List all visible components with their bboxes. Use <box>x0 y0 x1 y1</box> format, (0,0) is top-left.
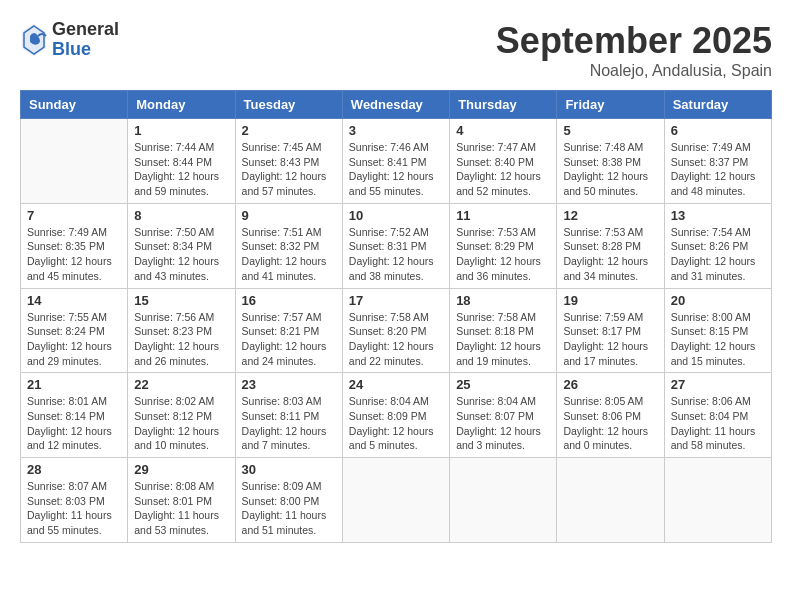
calendar-cell: 16Sunrise: 7:57 AM Sunset: 8:21 PM Dayli… <box>235 288 342 373</box>
calendar-cell: 4Sunrise: 7:47 AM Sunset: 8:40 PM Daylig… <box>450 119 557 204</box>
day-number: 22 <box>134 377 228 392</box>
day-info: Sunrise: 7:55 AM Sunset: 8:24 PM Dayligh… <box>27 310 121 369</box>
day-info: Sunrise: 7:57 AM Sunset: 8:21 PM Dayligh… <box>242 310 336 369</box>
calendar-cell: 2Sunrise: 7:45 AM Sunset: 8:43 PM Daylig… <box>235 119 342 204</box>
calendar-cell: 29Sunrise: 8:08 AM Sunset: 8:01 PM Dayli… <box>128 458 235 543</box>
calendar-cell: 23Sunrise: 8:03 AM Sunset: 8:11 PM Dayli… <box>235 373 342 458</box>
day-info: Sunrise: 7:49 AM Sunset: 8:37 PM Dayligh… <box>671 140 765 199</box>
calendar-cell <box>557 458 664 543</box>
day-info: Sunrise: 7:53 AM Sunset: 8:29 PM Dayligh… <box>456 225 550 284</box>
logo-icon <box>20 22 48 58</box>
day-number: 23 <box>242 377 336 392</box>
calendar-cell: 9Sunrise: 7:51 AM Sunset: 8:32 PM Daylig… <box>235 203 342 288</box>
week-row-1: 1Sunrise: 7:44 AM Sunset: 8:44 PM Daylig… <box>21 119 772 204</box>
col-header-thursday: Thursday <box>450 91 557 119</box>
day-number: 7 <box>27 208 121 223</box>
calendar-cell: 7Sunrise: 7:49 AM Sunset: 8:35 PM Daylig… <box>21 203 128 288</box>
day-number: 24 <box>349 377 443 392</box>
day-number: 26 <box>563 377 657 392</box>
calendar-cell <box>664 458 771 543</box>
calendar-cell: 25Sunrise: 8:04 AM Sunset: 8:07 PM Dayli… <box>450 373 557 458</box>
day-info: Sunrise: 7:45 AM Sunset: 8:43 PM Dayligh… <box>242 140 336 199</box>
day-info: Sunrise: 7:50 AM Sunset: 8:34 PM Dayligh… <box>134 225 228 284</box>
location: Noalejo, Andalusia, Spain <box>496 62 772 80</box>
day-info: Sunrise: 7:46 AM Sunset: 8:41 PM Dayligh… <box>349 140 443 199</box>
logo: General Blue <box>20 20 119 60</box>
calendar-cell: 11Sunrise: 7:53 AM Sunset: 8:29 PM Dayli… <box>450 203 557 288</box>
title-block: September 2025 Noalejo, Andalusia, Spain <box>496 20 772 80</box>
day-number: 14 <box>27 293 121 308</box>
calendar-cell: 22Sunrise: 8:02 AM Sunset: 8:12 PM Dayli… <box>128 373 235 458</box>
calendar-cell: 6Sunrise: 7:49 AM Sunset: 8:37 PM Daylig… <box>664 119 771 204</box>
day-number: 27 <box>671 377 765 392</box>
day-info: Sunrise: 7:58 AM Sunset: 8:18 PM Dayligh… <box>456 310 550 369</box>
calendar-cell <box>342 458 449 543</box>
day-info: Sunrise: 7:58 AM Sunset: 8:20 PM Dayligh… <box>349 310 443 369</box>
calendar-cell: 21Sunrise: 8:01 AM Sunset: 8:14 PM Dayli… <box>21 373 128 458</box>
calendar-cell: 18Sunrise: 7:58 AM Sunset: 8:18 PM Dayli… <box>450 288 557 373</box>
calendar-cell: 28Sunrise: 8:07 AM Sunset: 8:03 PM Dayli… <box>21 458 128 543</box>
day-info: Sunrise: 7:44 AM Sunset: 8:44 PM Dayligh… <box>134 140 228 199</box>
calendar-cell: 3Sunrise: 7:46 AM Sunset: 8:41 PM Daylig… <box>342 119 449 204</box>
calendar-cell: 15Sunrise: 7:56 AM Sunset: 8:23 PM Dayli… <box>128 288 235 373</box>
day-info: Sunrise: 8:01 AM Sunset: 8:14 PM Dayligh… <box>27 394 121 453</box>
day-number: 18 <box>456 293 550 308</box>
day-number: 2 <box>242 123 336 138</box>
day-number: 4 <box>456 123 550 138</box>
calendar-cell: 26Sunrise: 8:05 AM Sunset: 8:06 PM Dayli… <box>557 373 664 458</box>
day-number: 29 <box>134 462 228 477</box>
day-number: 16 <box>242 293 336 308</box>
day-number: 11 <box>456 208 550 223</box>
col-header-friday: Friday <box>557 91 664 119</box>
day-info: Sunrise: 7:54 AM Sunset: 8:26 PM Dayligh… <box>671 225 765 284</box>
logo-blue: Blue <box>52 40 119 60</box>
day-info: Sunrise: 8:06 AM Sunset: 8:04 PM Dayligh… <box>671 394 765 453</box>
day-number: 5 <box>563 123 657 138</box>
day-info: Sunrise: 7:48 AM Sunset: 8:38 PM Dayligh… <box>563 140 657 199</box>
day-info: Sunrise: 8:04 AM Sunset: 8:09 PM Dayligh… <box>349 394 443 453</box>
day-info: Sunrise: 8:09 AM Sunset: 8:00 PM Dayligh… <box>242 479 336 538</box>
col-header-saturday: Saturday <box>664 91 771 119</box>
day-number: 28 <box>27 462 121 477</box>
day-number: 9 <box>242 208 336 223</box>
day-info: Sunrise: 7:59 AM Sunset: 8:17 PM Dayligh… <box>563 310 657 369</box>
calendar-cell: 5Sunrise: 7:48 AM Sunset: 8:38 PM Daylig… <box>557 119 664 204</box>
day-info: Sunrise: 8:00 AM Sunset: 8:15 PM Dayligh… <box>671 310 765 369</box>
day-number: 3 <box>349 123 443 138</box>
day-info: Sunrise: 7:56 AM Sunset: 8:23 PM Dayligh… <box>134 310 228 369</box>
day-info: Sunrise: 7:53 AM Sunset: 8:28 PM Dayligh… <box>563 225 657 284</box>
day-number: 19 <box>563 293 657 308</box>
col-header-wednesday: Wednesday <box>342 91 449 119</box>
calendar-cell: 13Sunrise: 7:54 AM Sunset: 8:26 PM Dayli… <box>664 203 771 288</box>
day-number: 30 <box>242 462 336 477</box>
week-row-5: 28Sunrise: 8:07 AM Sunset: 8:03 PM Dayli… <box>21 458 772 543</box>
calendar-cell <box>21 119 128 204</box>
day-info: Sunrise: 7:51 AM Sunset: 8:32 PM Dayligh… <box>242 225 336 284</box>
day-number: 12 <box>563 208 657 223</box>
day-info: Sunrise: 7:47 AM Sunset: 8:40 PM Dayligh… <box>456 140 550 199</box>
day-number: 20 <box>671 293 765 308</box>
calendar-header-row: SundayMondayTuesdayWednesdayThursdayFrid… <box>21 91 772 119</box>
week-row-2: 7Sunrise: 7:49 AM Sunset: 8:35 PM Daylig… <box>21 203 772 288</box>
day-number: 6 <box>671 123 765 138</box>
logo-general: General <box>52 20 119 40</box>
page-header: General Blue September 2025 Noalejo, And… <box>20 20 772 80</box>
day-info: Sunrise: 8:08 AM Sunset: 8:01 PM Dayligh… <box>134 479 228 538</box>
calendar-cell: 17Sunrise: 7:58 AM Sunset: 8:20 PM Dayli… <box>342 288 449 373</box>
day-number: 21 <box>27 377 121 392</box>
day-number: 15 <box>134 293 228 308</box>
week-row-4: 21Sunrise: 8:01 AM Sunset: 8:14 PM Dayli… <box>21 373 772 458</box>
calendar-cell <box>450 458 557 543</box>
calendar-cell: 14Sunrise: 7:55 AM Sunset: 8:24 PM Dayli… <box>21 288 128 373</box>
calendar-cell: 30Sunrise: 8:09 AM Sunset: 8:00 PM Dayli… <box>235 458 342 543</box>
calendar-cell: 19Sunrise: 7:59 AM Sunset: 8:17 PM Dayli… <box>557 288 664 373</box>
calendar-table: SundayMondayTuesdayWednesdayThursdayFrid… <box>20 90 772 543</box>
calendar-cell: 12Sunrise: 7:53 AM Sunset: 8:28 PM Dayli… <box>557 203 664 288</box>
col-header-sunday: Sunday <box>21 91 128 119</box>
day-info: Sunrise: 7:49 AM Sunset: 8:35 PM Dayligh… <box>27 225 121 284</box>
day-info: Sunrise: 8:07 AM Sunset: 8:03 PM Dayligh… <box>27 479 121 538</box>
day-number: 13 <box>671 208 765 223</box>
day-number: 1 <box>134 123 228 138</box>
calendar-cell: 8Sunrise: 7:50 AM Sunset: 8:34 PM Daylig… <box>128 203 235 288</box>
col-header-monday: Monday <box>128 91 235 119</box>
